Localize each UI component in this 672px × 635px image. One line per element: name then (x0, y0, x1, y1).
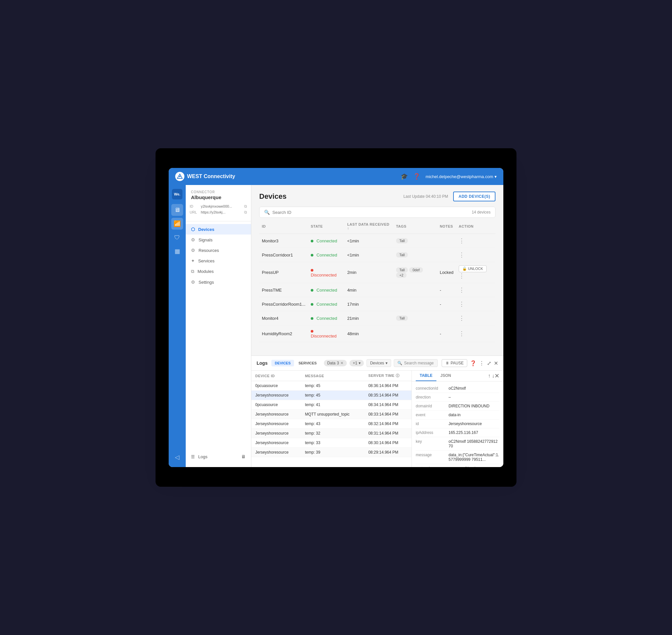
nav-collapse-icon[interactable]: ◁ (171, 451, 183, 463)
more-logs-icon[interactable]: ⋮ (479, 360, 484, 366)
logs-title: Logs (257, 360, 267, 366)
devices-table: ID STATE LAST DATA RECEIVED ↑ TAGS NOTES… (259, 219, 496, 342)
log-row[interactable]: Jerseyshoresource temp: 43 08:32:14.964 … (251, 419, 411, 429)
devices-dropdown[interactable]: Devices ▾ (367, 359, 391, 367)
sidebar-item-resources-label: Resources (198, 248, 219, 253)
detail-nav-down[interactable]: ↓ (492, 373, 495, 379)
sidebar-logs[interactable]: ☰ Logs 🖥 (186, 451, 251, 462)
notes-cell: - (437, 283, 456, 297)
detail-row: domainId DIRECTION INBOUND (416, 402, 499, 411)
log-row[interactable]: 0pcuasource temp: 45 08:36:14.964 PM (251, 381, 411, 391)
logs-search-icon: 🔍 (397, 361, 402, 365)
table-row[interactable]: PressCorridorRoom1... Connected 17min - … (259, 297, 496, 311)
log-row[interactable]: Jerseyshoresource temp: 45 08:35:14.964 … (251, 391, 411, 400)
log-row[interactable]: Jerseyshoresource temp: 39 08:29:14.964 … (251, 448, 411, 457)
log-row[interactable]: Jerseyshoresource temp: 32 08:31:14.964 … (251, 429, 411, 438)
more-actions-icon[interactable]: ⋮ (459, 251, 464, 258)
log-message: temp: 41 (301, 400, 364, 410)
sidebar-item-devices[interactable]: ⬡ Devices (186, 224, 251, 235)
nav-grid-icon[interactable]: ▦ (171, 245, 183, 257)
add-device-button[interactable]: ADD DEVICE(S) (453, 192, 496, 201)
pause-button[interactable]: ⏸ PAUSE (442, 359, 467, 367)
log-device-id: 0pcuasource (251, 400, 301, 410)
resources-icon: ⚙ (191, 248, 195, 253)
logs-filter-row: Data 3 ✕ +1 ▾ Devices ▾ (324, 359, 438, 367)
sidebar-item-modules[interactable]: ⧉ Modules (186, 266, 251, 277)
more-actions-icon[interactable]: ⋮ (459, 330, 464, 337)
log-message: temp: 45 (301, 381, 364, 391)
detail-val: oC2Nmxlf 1658824277291270 (449, 439, 499, 448)
more-actions-icon[interactable]: ⋮ (459, 238, 464, 244)
expand-logs-icon[interactable]: ⤢ (487, 360, 491, 366)
notes-cell (437, 311, 456, 325)
status-dot (311, 330, 313, 333)
nav-shield-icon[interactable]: 🛡 (171, 232, 183, 243)
sidebar-item-services[interactable]: ✦ Services (186, 256, 251, 266)
sidebar-item-resources[interactable]: ⚙ Resources (186, 245, 251, 256)
sidebar-item-settings[interactable]: ⚙ Settings (186, 277, 251, 287)
log-message: temp: 39 (301, 448, 364, 457)
detail-panel: TABLE JSON ↑ ↓ ✕ connectionId oC2Nmxlf (411, 371, 503, 467)
chevron-down-icon: ▾ (495, 174, 497, 179)
state-cell: Connected (308, 234, 345, 248)
filter-chip-close[interactable]: ✕ (340, 361, 344, 365)
logs-tab-services[interactable]: SERVICES (295, 360, 320, 366)
device-id-cell: PressTME (259, 283, 308, 297)
unlock-button[interactable]: 🔓 UNLOCK (459, 265, 486, 272)
sidebar-item-signals-label: Signals (198, 238, 213, 242)
main-content: Devices Last Update 04:40:10 PM ADD DEVI… (251, 185, 503, 467)
user-menu[interactable]: michel.delpeche@westpharma.com ▾ (426, 174, 497, 179)
detail-val: Jerseyshoresource (449, 421, 499, 426)
nav-monitor-icon[interactable]: 🖥 (171, 204, 183, 216)
sidebar-item-signals[interactable]: ⚙ Signals (186, 235, 251, 245)
id-label: ID (190, 204, 199, 208)
table-row[interactable]: Monitor3 Connected <1min Tall ⋮ (259, 234, 496, 248)
more-actions-icon[interactable]: ⋮ (459, 272, 464, 279)
notes-cell (437, 234, 456, 248)
graduation-icon[interactable]: 🎓 (400, 173, 408, 180)
url-label: URL (190, 210, 199, 214)
table-row[interactable]: Monitor4 Connected 21min Tall ⋮ (259, 311, 496, 325)
detail-key: connectionId (416, 386, 449, 391)
log-row[interactable]: Jerseyshoresource temp: 33 08:30:14.964 … (251, 438, 411, 448)
action-cell: 🔓 UNLOCK ⋮ (456, 262, 496, 283)
table-row[interactable]: PressTME Connected 4min - ⋮ (259, 283, 496, 297)
state-cell: Disconnected (308, 325, 345, 342)
device-search-input[interactable] (272, 210, 469, 215)
log-row[interactable]: Jerseyshoresource MQTT unsupported_topic… (251, 410, 411, 419)
logs-tab-devices[interactable]: DEVICES (272, 360, 294, 366)
help-logs-icon[interactable]: ❓ (470, 360, 476, 366)
more-actions-icon[interactable]: ⋮ (459, 315, 464, 322)
log-device-id: Jerseyshoresource (251, 391, 301, 400)
user-avatar: We. (172, 189, 182, 199)
detail-close-button[interactable]: ✕ (495, 372, 499, 379)
table-row[interactable]: PressCorridoor1 Connected <1min Tall ⋮ (259, 248, 496, 262)
table-row[interactable]: PressUP Disconnected 2min Tall0def+2 Loc… (259, 262, 496, 283)
close-logs-icon[interactable]: ✕ (494, 360, 498, 366)
table-row[interactable]: HumidityRoom2 Disconnected 48min - ⋮ (259, 325, 496, 342)
logs-body: DEVICE ID MESSAGE SERVER TIME ⓘ 0pcuasou… (251, 371, 503, 467)
detail-tab-table[interactable]: TABLE (416, 371, 436, 381)
connector-name: Albuquerque (186, 195, 251, 200)
help-icon[interactable]: ❓ (413, 173, 420, 180)
logs-search: 🔍 Search message (394, 359, 438, 367)
plus-filter-chevron: ▾ (359, 361, 361, 365)
more-actions-icon[interactable]: ⋮ (459, 301, 464, 307)
action-cell: ⋮ (456, 325, 496, 342)
copy-url-icon[interactable]: ⧉ (244, 210, 247, 215)
plus-filter-chip[interactable]: +1 ▾ (349, 360, 364, 366)
data-filter-chip[interactable]: Data 3 ✕ (324, 360, 347, 366)
state-text: Disconnected (311, 333, 337, 338)
pause-label: PAUSE (451, 361, 464, 365)
nav-wifi-icon[interactable]: 📶 (171, 218, 183, 229)
copy-id-icon[interactable]: ⧉ (244, 204, 247, 209)
pause-icon: ⏸ (445, 361, 449, 365)
detail-nav-up[interactable]: ↑ (488, 373, 491, 379)
detail-row: message data_in:{"CureTimeActual":1.5779… (416, 451, 499, 464)
logs-search-placeholder: Search message (404, 361, 434, 365)
detail-tab-json[interactable]: JSON (436, 371, 455, 381)
notes-cell: - (437, 325, 456, 342)
log-row[interactable]: 0pcuasource temp: 41 08:34:14.964 PM (251, 400, 411, 410)
more-actions-icon[interactable]: ⋮ (459, 287, 464, 293)
col-last-data: LAST DATA RECEIVED ↑ (345, 219, 393, 234)
